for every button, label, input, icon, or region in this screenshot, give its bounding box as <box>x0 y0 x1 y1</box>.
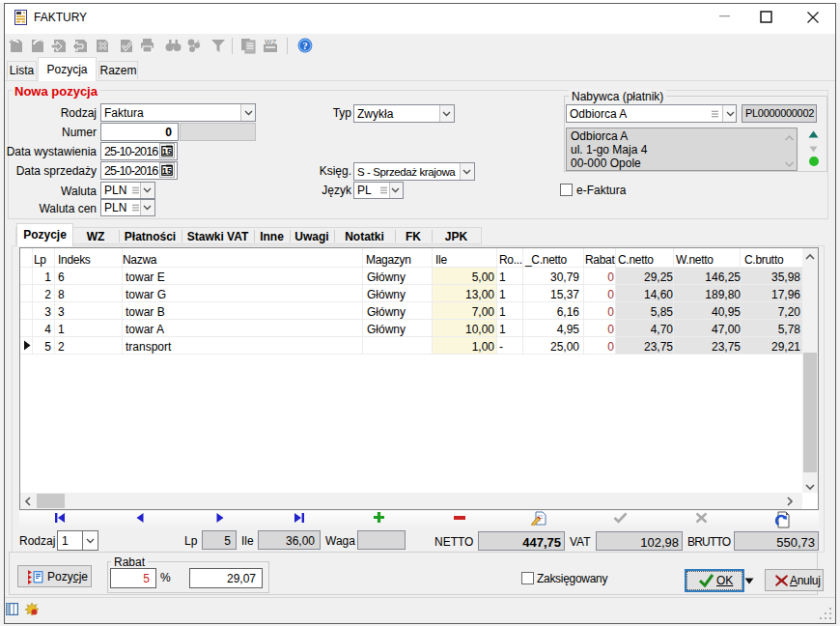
svg-text:15: 15 <box>162 166 172 176</box>
svg-text:WZ: WZ <box>265 38 277 46</box>
svg-text:?: ? <box>302 40 308 51</box>
svg-text:15: 15 <box>162 147 172 156</box>
